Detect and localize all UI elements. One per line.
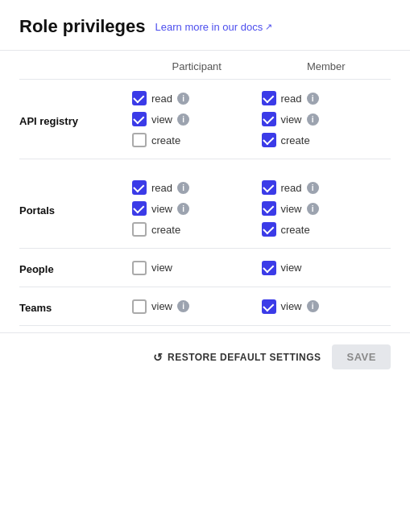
- api-registry-participant-create-label: create: [151, 134, 180, 146]
- people-participant-col: view: [132, 261, 262, 275]
- restore-defaults-button[interactable]: ↺ RESTORE DEFAULT SETTINGS: [153, 351, 321, 364]
- external-link-icon: ↗: [265, 22, 272, 32]
- api-registry-member-create-row: create: [262, 133, 310, 147]
- api-registry-participant-read-checkbox[interactable]: [132, 91, 147, 105]
- api-registry-member-create-label: create: [281, 134, 310, 146]
- portals-participant-read-info[interactable]: i: [177, 182, 189, 194]
- api-registry-participant-read-info[interactable]: i: [177, 93, 189, 105]
- teams-member-col: view i: [262, 299, 391, 314]
- api-registry-participant-create-row: create: [132, 133, 180, 147]
- teams-member-view-label: view: [281, 300, 302, 312]
- section-api-registry: API registry read i view i create read i: [19, 80, 391, 159]
- learn-more-label: Learn more in our docs: [155, 21, 263, 33]
- portals-member-view-checkbox[interactable]: [262, 201, 276, 216]
- api-registry-member-read-checkbox[interactable]: [262, 91, 276, 105]
- people-member-col: view: [262, 261, 391, 275]
- portals-member-view-info[interactable]: i: [307, 203, 319, 215]
- api-registry-member-view-info[interactable]: i: [307, 113, 319, 126]
- api-registry-participant-view-info[interactable]: i: [177, 113, 189, 126]
- people-member-view-checkbox[interactable]: [262, 261, 276, 275]
- portals-participant-create-row: create: [132, 222, 180, 237]
- portals-label: Portals: [19, 177, 132, 240]
- column-headers: Participant Member: [19, 51, 391, 79]
- section-teams: Teams view i view i: [19, 287, 391, 326]
- portals-member-read-checkbox[interactable]: [262, 180, 276, 195]
- api-registry-member-view-label: view: [281, 113, 302, 126]
- people-participant-view-label: view: [151, 262, 172, 274]
- restore-label: RESTORE DEFAULT SETTINGS: [168, 352, 321, 363]
- portals-member-view-row: view i: [262, 201, 319, 216]
- portals-participant-view-row: view i: [132, 201, 189, 216]
- api-registry-participant-view-checkbox[interactable]: [132, 112, 147, 126]
- portals-member-read-label: read: [281, 182, 302, 194]
- api-registry-participant-read-label: read: [151, 93, 172, 105]
- learn-more-link[interactable]: Learn more in our docs ↗: [155, 21, 273, 33]
- api-registry-participant-col: read i view i create: [132, 88, 262, 151]
- page-header: Role privileges Learn more in our docs ↗: [0, 0, 410, 51]
- portals-participant-view-checkbox[interactable]: [132, 201, 147, 216]
- portals-member-read-row: read i: [262, 180, 319, 195]
- portals-member-create-label: create: [281, 224, 310, 236]
- portals-participant-view-label: view: [151, 203, 172, 215]
- api-registry-member-col: read i view i create: [262, 88, 391, 151]
- teams-member-view-checkbox[interactable]: [262, 299, 276, 314]
- portals-member-col: read i view i create: [262, 177, 391, 240]
- api-registry-member-read-info[interactable]: i: [307, 93, 319, 105]
- save-button[interactable]: SAVE: [332, 344, 391, 369]
- footer-bar: ↺ RESTORE DEFAULT SETTINGS SAVE: [0, 332, 410, 381]
- portals-member-create-row: create: [262, 222, 310, 237]
- portals-member-create-checkbox[interactable]: [262, 222, 276, 237]
- portals-participant-read-checkbox[interactable]: [132, 180, 147, 195]
- api-registry-member-view-row: view i: [262, 112, 319, 126]
- table-container: Participant Member API registry read i v…: [0, 51, 410, 326]
- people-label: People: [19, 260, 132, 275]
- page-title: Role privileges: [19, 16, 146, 37]
- portals-member-view-label: view: [281, 203, 302, 215]
- api-registry-member-read-label: read: [281, 93, 302, 105]
- teams-participant-view-label: view: [151, 300, 172, 312]
- section-people: People view view: [19, 249, 391, 287]
- api-registry-participant-view-label: view: [151, 113, 172, 126]
- people-participant-view-checkbox[interactable]: [132, 261, 147, 275]
- people-member-view-label: view: [281, 262, 302, 274]
- teams-member-view-info[interactable]: i: [307, 300, 319, 312]
- restore-icon: ↺: [153, 351, 163, 364]
- teams-participant-view-checkbox[interactable]: [132, 299, 147, 314]
- teams-participant-col: view i: [132, 299, 262, 314]
- api-registry-participant-view-row: view i: [132, 112, 189, 126]
- api-registry-member-view-checkbox[interactable]: [262, 112, 276, 126]
- api-registry-label: API registry: [19, 88, 132, 151]
- participant-col-header: Participant: [132, 60, 262, 72]
- api-registry-participant-read-row: read i: [132, 91, 189, 105]
- teams-participant-view-info[interactable]: i: [177, 300, 189, 312]
- api-registry-member-read-row: read i: [262, 91, 319, 105]
- portals-member-read-info[interactable]: i: [307, 182, 319, 194]
- section-portals: Portals read i view i create read i: [19, 169, 391, 249]
- member-col-header: Member: [262, 60, 391, 72]
- portals-participant-view-info[interactable]: i: [177, 203, 189, 215]
- portals-participant-read-row: read i: [132, 180, 189, 195]
- portals-participant-read-label: read: [151, 182, 172, 194]
- teams-label: Teams: [19, 299, 132, 314]
- portals-participant-col: read i view i create: [132, 177, 262, 240]
- api-registry-member-create-checkbox[interactable]: [262, 133, 276, 147]
- api-registry-participant-create-checkbox[interactable]: [132, 133, 147, 147]
- portals-participant-create-label: create: [151, 224, 180, 236]
- portals-participant-create-checkbox[interactable]: [132, 222, 147, 237]
